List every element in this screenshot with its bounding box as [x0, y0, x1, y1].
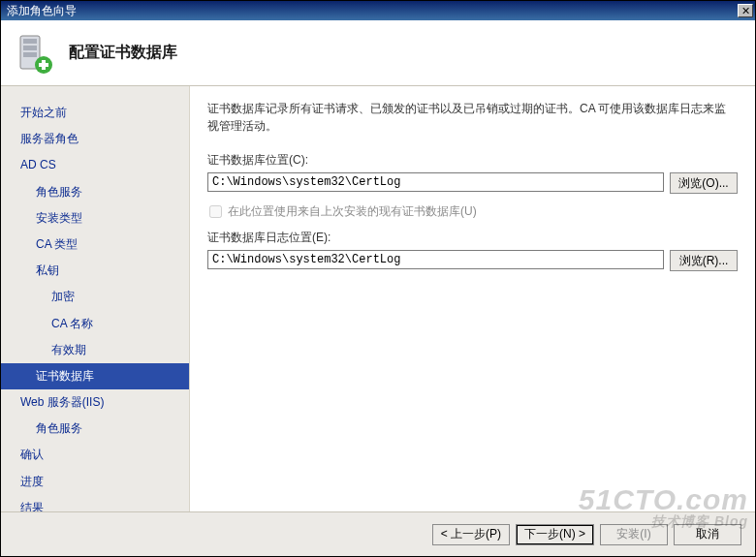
window-title: 添加角色向导: [7, 3, 77, 19]
browse-log-button[interactable]: 浏览(R)...: [670, 250, 738, 271]
sidebar-item-setup-type[interactable]: 安装类型: [1, 205, 189, 232]
svg-rect-1: [23, 39, 37, 44]
intro-text: 证书数据库记录所有证书请求、已颁发的证书以及已吊销或过期的证书。CA 可使用该数…: [207, 100, 738, 135]
page-title: 配置证书数据库: [69, 43, 177, 63]
body: 开始之前 服务器角色 AD CS 角色服务 安装类型 CA 类型 私钥 加密 C…: [1, 86, 755, 511]
next-button[interactable]: 下一步(N) >: [516, 524, 594, 545]
close-icon: ✕: [741, 6, 750, 16]
sidebar-item-role-services[interactable]: 角色服务: [1, 179, 189, 205]
sidebar: 开始之前 服务器角色 AD CS 角色服务 安装类型 CA 类型 私钥 加密 C…: [1, 86, 190, 511]
sidebar-item-crypto[interactable]: 加密: [1, 284, 189, 310]
browse-db-button[interactable]: 浏览(O)...: [670, 172, 738, 194]
sidebar-item-iis-role-services[interactable]: 角色服务: [1, 416, 189, 442]
header: 配置证书数据库: [1, 20, 755, 86]
main-panel: 证书数据库记录所有证书请求、已颁发的证书以及已吊销或过期的证书。CA 可使用该数…: [190, 86, 755, 511]
titlebar: 添加角色向导 ✕: [1, 1, 755, 20]
sidebar-item-private-key[interactable]: 私钥: [1, 258, 189, 284]
sidebar-item-ca-name[interactable]: CA 名称: [1, 311, 189, 337]
log-location-row: 浏览(R)...: [207, 250, 738, 271]
prev-button[interactable]: < 上一步(P): [432, 524, 510, 545]
db-location-label: 证书数据库位置(C):: [207, 152, 738, 169]
sidebar-item-validity[interactable]: 有效期: [1, 337, 189, 363]
reuse-db-checkbox-row: 在此位置使用来自上次安装的现有证书数据库(U): [209, 203, 738, 220]
close-button[interactable]: ✕: [738, 4, 753, 17]
sidebar-item-progress[interactable]: 进度: [1, 469, 189, 495]
db-location-input[interactable]: [207, 172, 664, 192]
reuse-db-checkbox-label: 在此位置使用来自上次安装的现有证书数据库(U): [228, 203, 477, 220]
sidebar-item-cert-database[interactable]: 证书数据库: [1, 363, 189, 389]
svg-rect-2: [23, 46, 37, 50]
sidebar-item-ca-type[interactable]: CA 类型: [1, 232, 189, 258]
sidebar-item-adcs[interactable]: AD CS: [1, 152, 189, 178]
log-location-label: 证书数据库日志位置(E):: [207, 230, 738, 246]
install-button: 安装(I): [600, 524, 668, 545]
wizard-window: 添加角色向导 ✕ 配置证书数据库 开始之前 服务器角色 AD CS 角色服务 安…: [0, 0, 756, 557]
svg-rect-3: [23, 52, 37, 57]
svg-rect-6: [39, 63, 48, 67]
cancel-button[interactable]: 取消: [674, 524, 741, 545]
sidebar-item-server-roles[interactable]: 服务器角色: [1, 126, 189, 152]
reuse-db-checkbox: [209, 205, 222, 218]
sidebar-item-before-begin[interactable]: 开始之前: [1, 100, 189, 126]
log-location-input[interactable]: [207, 250, 664, 269]
footer: < 上一步(P) 下一步(N) > 安装(I) 取消: [1, 511, 755, 556]
sidebar-item-web-server-iis[interactable]: Web 服务器(IIS): [1, 389, 189, 416]
server-add-icon: [15, 32, 55, 75]
sidebar-item-confirmation[interactable]: 确认: [1, 442, 189, 468]
db-location-row: 浏览(O)...: [207, 172, 738, 194]
